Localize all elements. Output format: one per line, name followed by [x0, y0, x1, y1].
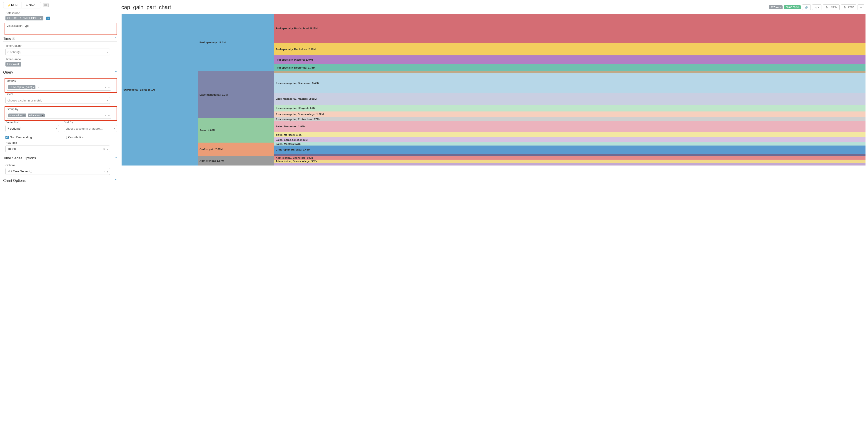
partition-l2-cell[interactable]: Prof-specialty, Bachelors: 2.19M — [274, 43, 866, 56]
groupby-token-occupation[interactable]: occupation✕ — [8, 113, 26, 118]
partition-l2-cell[interactable]: Sales, HS-grad: 931k — [274, 132, 866, 137]
sort-descending-checkbox[interactable] — [5, 136, 9, 139]
partition-l2-cell[interactable]: Prof-specialty, Masters: 1.49M — [274, 55, 866, 64]
partition-l1-cell[interactable]: Adm-clerical: 1.87M — [198, 156, 274, 165]
partition-l2-cell[interactable]: Adm-clerical, Bachelors: 590k — [274, 156, 866, 160]
chevron-down-icon: ▾ — [114, 127, 115, 130]
partition-root[interactable]: SUM(capital_gain): 35.1M — [122, 14, 198, 165]
chevron-down-icon: ▾ — [107, 170, 108, 173]
metrics-select[interactable]: SUM(capital_gain)▸ ✕ ×▾ — [7, 84, 111, 91]
sortby-label: Sort By — [64, 121, 117, 124]
datasource-select[interactable]: CLICKSTREAM.PEOPLE — [5, 16, 43, 21]
time-badge: 00:00:00.31 — [784, 5, 801, 9]
ts-options-label: Options — [5, 164, 117, 167]
time-column-label: Time Column — [5, 44, 117, 47]
section-query[interactable]: Query ⌃ — [3, 69, 117, 75]
section-chart-options[interactable]: Chart Options ⌃ — [3, 177, 117, 183]
sort-descending-label: Sort Descending — [10, 135, 32, 139]
chevron-down-icon: ▾ — [107, 148, 108, 151]
json-button[interactable]: 🗎.JSON — [823, 4, 840, 10]
chart-title: cap_gain_part_chart — [121, 4, 171, 10]
contribution-label: Contribution — [68, 135, 84, 139]
clear-ts-button[interactable]: × — [103, 170, 105, 173]
remove-metric-button[interactable]: ✕ — [37, 85, 40, 89]
menu-button[interactable]: ≡ — [858, 4, 864, 10]
contribution-checkbox[interactable] — [64, 136, 67, 139]
ts-options-select[interactable]: Not Time Series ⓘ ×▾ — [5, 168, 110, 175]
time-range-select[interactable]: Last week — [5, 62, 21, 67]
partition-l2-cell[interactable]: Prof-specialty, Doctorate: 1.33M — [274, 64, 866, 71]
section-ts-options[interactable]: Time Series Options ⌃ — [3, 155, 117, 161]
csv-button[interactable]: 🗎.CSV — [841, 4, 856, 10]
bolt-icon — [7, 3, 10, 7]
partition-l2-cell[interactable]: Exec-managerial, HS-grad: 1.2M — [274, 105, 866, 111]
partition-l2-cell[interactable]: Exec-managerial, Prof-school: 671k — [274, 117, 866, 121]
partition-l2-cell[interactable]: Sales, Bachelors: 1.95M — [274, 121, 866, 132]
partition-l2-cell[interactable]: Sales, Some-college: 891k — [274, 137, 866, 142]
partition-l2-cell[interactable]: Craft-repair, HS-grad: 1.44M — [274, 145, 866, 154]
groupby-highlight: Group by occupation✕ education✕ ×▾ — [4, 106, 117, 121]
partition-l2-cell[interactable]: Sales, Masters: 578k — [274, 142, 866, 145]
save-button[interactable]: SAVE — [22, 2, 41, 8]
embed-button[interactable]: </> — [812, 4, 822, 10]
link-button[interactable]: 🔗 — [802, 4, 811, 10]
rows-badge: 217 rows — [769, 5, 782, 9]
viz-type-highlight: Visualization Type Partition Chart — [4, 23, 117, 35]
series-limit-label: Series limit — [5, 121, 59, 124]
partition-l2-cell[interactable] — [274, 154, 866, 156]
groupby-select[interactable]: occupation✕ education✕ ×▾ — [7, 112, 111, 119]
hamburger-icon: ≡ — [860, 6, 862, 9]
chevron-down-icon — [40, 18, 41, 19]
partition-l1-cell[interactable]: Exec-managerial: 9.2M — [198, 71, 274, 118]
partition-l2-cell[interactable]: Exec-managerial, Bachelors: 3.45M — [274, 73, 866, 93]
partition-l2-cell[interactable]: Exec-managerial, Some-college: 1.02M — [274, 111, 866, 117]
file-icon: 🗎 — [825, 6, 828, 9]
filters-select[interactable]: choose a column or metric▾ — [5, 97, 110, 104]
control-panel: RUN SAVE ⌨ Datasource CLICKSTREAM.PEOPLE… — [0, 0, 120, 191]
sortby-select[interactable]: choose a column or aggregate function▾ — [64, 125, 117, 132]
partition-level1-column: Prof-specialty: 11.3MExec-managerial: 9.… — [198, 14, 274, 165]
metrics-highlight: Metrics SUM(capital_gain)▸ ✕ ×▾ — [4, 78, 117, 93]
chevron-up-icon: ⌃ — [114, 156, 117, 160]
code-icon: </> — [815, 6, 819, 9]
clear-metrics-button[interactable]: × — [105, 86, 106, 89]
partition-level2-column: Prof-specialty, Prof-school: 5.17MProf-s… — [274, 14, 866, 165]
clear-groupby-button[interactable]: × — [105, 114, 106, 117]
row-limit-select[interactable]: 10000 ×▾ — [5, 145, 110, 152]
partition-l2-cell[interactable] — [274, 71, 866, 73]
add-datasource-button[interactable]: + — [46, 17, 50, 20]
metrics-label: Metrics — [7, 79, 115, 83]
extra-button-icon[interactable]: ⌨ — [43, 3, 49, 7]
partition-l1-cell[interactable]: Prof-specialty: 11.3M — [198, 14, 274, 71]
partition-root-column: SUM(capital_gain): 35.1M — [122, 14, 198, 165]
clear-row-limit-button[interactable]: × — [103, 148, 105, 151]
partition-l1-cell[interactable]: Sales: 4.82M — [198, 118, 274, 142]
partition-l2-cell[interactable]: Prof-specialty, Prof-school: 5.17M — [274, 14, 866, 43]
section-time[interactable]: Timeⓘ ⌃ — [3, 35, 117, 41]
chevron-up-icon: ⌃ — [114, 37, 117, 41]
chevron-up-icon: ⌃ — [114, 178, 117, 183]
viz-type-select[interactable]: Partition Chart — [7, 29, 36, 33]
partition-l1-cell[interactable]: Craft-repair: 2.66M — [198, 142, 274, 156]
groupby-label: Group by — [7, 108, 115, 111]
run-button[interactable]: RUN — [3, 2, 22, 8]
chart-panel: cap_gain_part_chart 217 rows 00:00:00.31… — [120, 0, 868, 191]
partition-l2-cell[interactable]: Exec-managerial, Masters: 2.08M — [274, 93, 866, 105]
partition-l2-cell[interactable]: Adm-clerical, Some-college: 582k — [274, 160, 866, 163]
series-limit-select[interactable]: 7 option(s)▾ — [5, 125, 59, 132]
chevron-up-icon: ⌃ — [114, 70, 117, 74]
help-icon: ⓘ — [29, 170, 32, 173]
remove-groupby-occupation[interactable]: ✕ — [23, 114, 25, 117]
row-limit-label: Row limit — [5, 141, 117, 144]
file-icon: 🗎 — [843, 6, 846, 9]
remove-groupby-education[interactable]: ✕ — [41, 114, 43, 117]
metric-token[interactable]: SUM(capital_gain)▸ — [8, 85, 35, 89]
groupby-token-education[interactable]: education✕ — [28, 113, 45, 118]
time-column-select[interactable]: 0 option(s)▾ — [5, 48, 110, 55]
partition-chart: SUM(capital_gain): 35.1M Prof-specialty:… — [121, 13, 866, 166]
plus-circle-icon — [26, 3, 28, 7]
filters-label: Filters — [5, 93, 117, 96]
chevron-down-icon: ▾ — [56, 127, 57, 130]
link-icon: 🔗 — [805, 6, 808, 9]
partition-l2-cell[interactable] — [274, 163, 866, 165]
